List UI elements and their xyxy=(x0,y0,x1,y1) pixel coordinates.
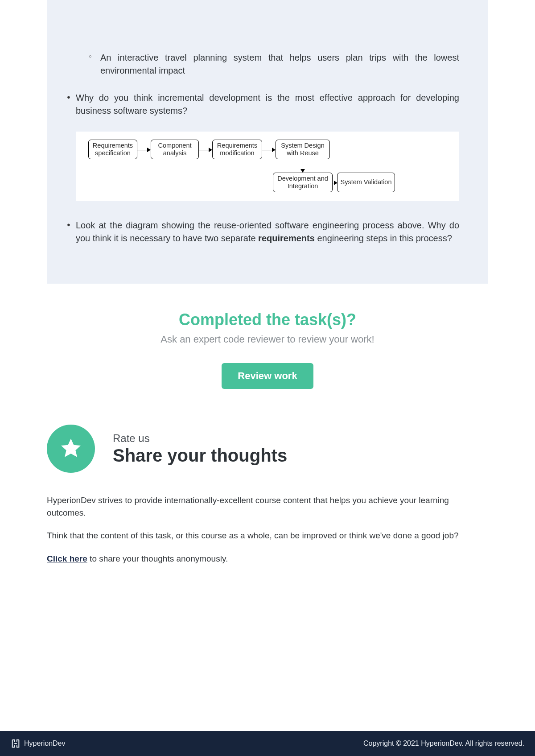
footer-brand: HyperionDev xyxy=(24,739,65,748)
sublist-container: An interactive travel planning system th… xyxy=(76,51,459,77)
diagram-box-system-design: System Design with Reuse xyxy=(276,140,330,159)
q3-bold: requirements xyxy=(258,233,315,243)
review-work-button[interactable]: Review work xyxy=(222,363,313,389)
question-3: Look at the diagram showing the reuse-or… xyxy=(76,219,459,245)
diagram-box-requirements-spec: Requirements specification xyxy=(88,140,137,159)
arrow-icon xyxy=(302,159,303,173)
sub-bullet: An interactive travel planning system th… xyxy=(100,51,459,77)
diagram-box-dev-integration: Development and Integration xyxy=(273,173,333,192)
hyperiondev-logo-icon xyxy=(11,739,21,748)
rate-us-section: Rate us Share your thoughts HyperionDev … xyxy=(47,425,488,565)
arrow-icon xyxy=(199,149,212,150)
rate-us-small-title: Rate us xyxy=(113,432,287,445)
click-here-link[interactable]: Click here xyxy=(47,554,87,563)
diagram-box-requirements-mod: Requirements modification xyxy=(212,140,262,159)
question-2: Why do you think incremental development… xyxy=(76,91,459,117)
diagram-item: Requirements specification Component ana… xyxy=(76,132,459,201)
completed-section: Completed the task(s)? Ask an expert cod… xyxy=(0,310,535,389)
completed-subtitle: Ask an expert code reviewer to review yo… xyxy=(0,334,535,345)
footer: HyperionDev Copyright © 2021 HyperionDev… xyxy=(0,731,535,756)
rate-p3: Click here to share your thoughts anonym… xyxy=(47,553,488,565)
arrow-icon xyxy=(333,182,337,183)
rate-p1: HyperionDev strives to provide internati… xyxy=(47,494,488,519)
diagram-box-system-validation: System Validation xyxy=(337,173,395,192)
task-panel: An interactive travel planning system th… xyxy=(47,0,488,284)
arrow-icon xyxy=(137,149,151,150)
diagram-box-component-analysis: Component analysis xyxy=(151,140,199,159)
reuse-process-diagram: Requirements specification Component ana… xyxy=(80,140,455,193)
rate-p2: Think that the content of this task, or … xyxy=(47,529,488,542)
diagram-wrap: Requirements specification Component ana… xyxy=(76,132,459,201)
arrow-icon xyxy=(262,149,276,150)
rate-us-big-title: Share your thoughts xyxy=(113,446,287,466)
footer-copyright: Copyright © 2021 HyperionDev. All rights… xyxy=(363,739,524,748)
q3-text-post: engineering steps in this process? xyxy=(315,233,452,243)
star-icon xyxy=(47,425,95,473)
rate-p3-rest: to share your thoughts anonymously. xyxy=(87,554,228,563)
completed-title: Completed the task(s)? xyxy=(0,310,535,329)
